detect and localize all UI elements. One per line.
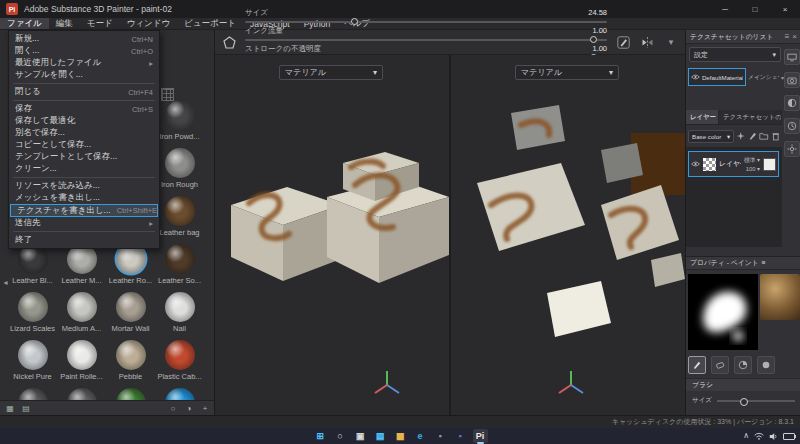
file-menu-item[interactable]: クリーン... [9, 163, 159, 175]
volume-icon[interactable] [769, 432, 778, 441]
viewport-2d[interactable]: マテリアル ▾ [451, 55, 685, 415]
file-menu-item[interactable]: メッシュを書き出し... [9, 192, 159, 204]
minimize-button[interactable]: ─ [710, 0, 740, 18]
tab-texture-set-settings[interactable]: テクスチャセットの設定 [719, 110, 782, 124]
taskbar-app-icon[interactable]: ▦ [393, 429, 408, 443]
material-item[interactable]: Mortar Wall [107, 292, 155, 340]
list-view-icon[interactable]: ▤ [21, 403, 31, 413]
menubar-item[interactable]: 編集 [49, 18, 80, 29]
material-item[interactable]: Medium A... [58, 292, 106, 340]
material-item[interactable]: Leather So... [156, 244, 204, 292]
brush-tool-icon[interactable] [688, 356, 706, 374]
file-menu-item[interactable]: リソースを読み込み... [9, 180, 159, 192]
delete-layer-icon[interactable] [771, 131, 781, 141]
add-asset-icon[interactable]: + [200, 403, 210, 413]
brush-section-header[interactable]: ブラシ [686, 378, 800, 391]
material-item[interactable]: Leather bag [156, 196, 204, 244]
menubar-item[interactable]: ファイル [0, 18, 49, 29]
grid-view-icon[interactable]: ▦ [5, 403, 15, 413]
file-menu-item[interactable] [13, 177, 155, 178]
environment-icon[interactable] [784, 95, 800, 111]
slider-handle[interactable] [590, 36, 597, 43]
file-menu-item[interactable]: サンプルを開く... [9, 69, 159, 81]
taskbar-app-icon[interactable]: ▪ [433, 429, 448, 443]
file-menu-item[interactable] [13, 100, 155, 101]
layer-content-thumbnail[interactable] [763, 158, 776, 171]
file-menu-item[interactable]: 送信先 ▸ [9, 217, 159, 229]
material-item[interactable]: Plastic Cab... [156, 340, 204, 388]
file-menu-item[interactable]: 最近使用したファイル ▸ [9, 57, 159, 69]
hamburger-menu-icon[interactable]: ≡ [762, 260, 797, 267]
tab-layers[interactable]: レイヤー × [686, 110, 719, 124]
file-menu-item[interactable]: 開く... Ctrl+O [9, 45, 159, 57]
taskbar-app-icon[interactable]: ▤ [373, 429, 388, 443]
brush-slider[interactable]: サイズ 24.58 [245, 8, 607, 23]
camera-settings-icon[interactable] [784, 72, 800, 88]
display-settings-icon[interactable] [784, 49, 800, 65]
add-paint-layer-icon[interactable] [748, 131, 758, 141]
texture-set-row[interactable]: DefaultMaterial メインシェーダー ▾ [688, 67, 784, 87]
material-item[interactable]: Paint Rolle... [58, 340, 106, 388]
history-icon[interactable] [784, 118, 800, 134]
menubar-item[interactable]: ビューポート [177, 18, 243, 29]
material-picker-icon[interactable] [757, 356, 775, 374]
projection-tool-icon[interactable] [734, 356, 752, 374]
taskbar-app-icon[interactable]: ▪ [453, 429, 468, 443]
material-item[interactable]: Leather Ro... [107, 244, 155, 292]
add-folder-icon[interactable] [759, 131, 769, 141]
file-menu-item[interactable]: テンプレートとして保存... [9, 151, 159, 163]
brush-alpha-preview[interactable] [688, 274, 758, 350]
file-menu-item[interactable]: 保存して最適化 [9, 115, 159, 127]
file-menu-item[interactable]: テクスチャを書き出し... Ctrl+Shift+E [10, 204, 158, 217]
sphere-display-icon[interactable]: ◑ [184, 403, 194, 413]
opacity-dropdown[interactable]: 100 ▾ [746, 166, 760, 172]
menubar-item[interactable]: モード [80, 18, 120, 29]
brush-tip-icon[interactable] [615, 34, 631, 50]
file-menu-item[interactable]: 保存 Ctrl+S [9, 103, 159, 115]
shader-link[interactable]: メインシェーダー [748, 73, 779, 82]
file-menu-item[interactable]: 別名で保存... [9, 127, 159, 139]
brush-slider[interactable]: インク流量 1.00 [245, 26, 607, 41]
taskbar-app-icon[interactable]: e [413, 429, 428, 443]
eye-icon[interactable] [691, 74, 700, 80]
slider-track[interactable] [245, 39, 607, 41]
taskbar-app-icon[interactable]: ⊞ [313, 429, 328, 443]
add-effect-icon[interactable] [736, 131, 746, 141]
material-item[interactable]: Iron Powd... [156, 100, 204, 148]
symmetry-icon[interactable] [639, 34, 655, 50]
taskbar-app-icon[interactable]: ▣ [353, 429, 368, 443]
tray-chevron-up-icon[interactable]: ∧ [743, 432, 749, 440]
file-menu-item[interactable]: コピーとして保存... [9, 139, 159, 151]
menubar-item[interactable]: ウィンドウ [120, 18, 178, 29]
slider-value[interactable]: 24.58 [588, 8, 607, 18]
lasso-select-icon[interactable] [221, 34, 237, 50]
file-menu-item[interactable] [13, 231, 155, 232]
slider-value[interactable]: 1.00 [592, 26, 607, 36]
material-item[interactable]: Lizard Scales [9, 292, 57, 340]
material-item[interactable]: Leather M... [58, 244, 106, 292]
eraser-tool-icon[interactable] [711, 356, 729, 374]
file-menu-item[interactable]: 閉じる Ctrl+F4 [9, 86, 159, 98]
slider-handle[interactable] [351, 18, 358, 25]
file-menu-item[interactable] [13, 83, 155, 84]
material-item[interactable]: Nail [156, 292, 204, 340]
texture-set-selected[interactable]: DefaultMaterial [688, 68, 746, 86]
material-item[interactable]: Iron Rough [156, 148, 204, 196]
channel-dropdown[interactable]: Base color ▾ [688, 130, 734, 143]
layer-row[interactable]: レイヤー 1 標準 ▾ 100 ▾ [688, 151, 779, 177]
shading-mode-dropdown[interactable]: マテリアル ▾ [279, 65, 383, 80]
slider-track[interactable] [245, 21, 607, 23]
hamburger-menu-icon[interactable]: ≡ [785, 33, 790, 41]
size-slider-track[interactable] [717, 400, 795, 402]
material-item[interactable]: Leather Bl... [9, 244, 57, 292]
material-item[interactable]: Nickel Pure [9, 340, 57, 388]
maximize-button[interactable]: □ [740, 0, 770, 18]
layer-visibility-eye-icon[interactable] [691, 161, 700, 167]
close-panel-icon[interactable]: × [792, 33, 797, 41]
slider-value[interactable]: 1.00 [592, 44, 607, 54]
file-menu-item[interactable]: 終了 [9, 234, 159, 246]
file-menu-item[interactable]: 新規... Ctrl+N [9, 33, 159, 45]
close-button[interactable]: × [770, 0, 800, 18]
taskbar-app-icon[interactable]: Pi [473, 429, 488, 443]
toolbar-menu-icon[interactable]: ▾ [663, 34, 679, 50]
